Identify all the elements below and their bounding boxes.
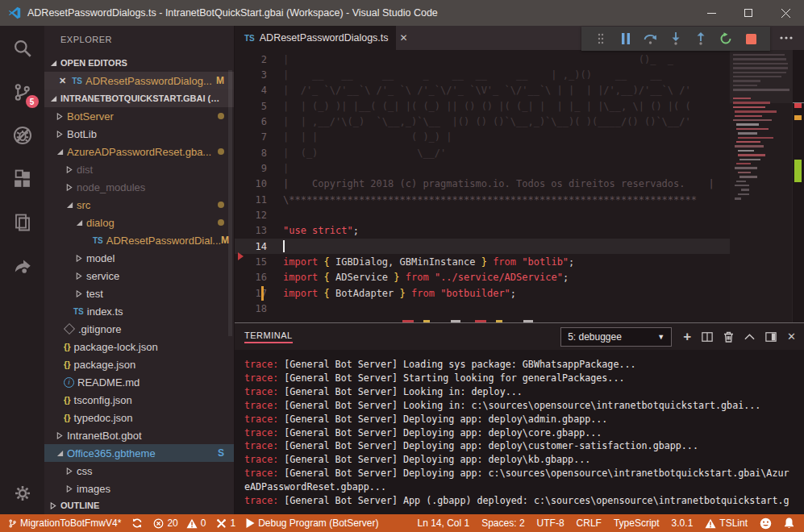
outline-header[interactable]: OUTLINE [44,497,234,514]
code-line: 6| | ,__/'\(_) `\__,_)`\__ |() () ()`\__… [235,114,730,129]
tree-item[interactable]: AzureADPasswordReset.gba... [44,143,234,160]
close-editor-icon[interactable]: ✕ [59,76,66,86]
trace-prefix: trace: [244,454,278,465]
tree-item[interactable]: css [44,462,234,480]
tree-item[interactable]: .gitignore [44,320,234,338]
chevron-collapsed-icon [56,131,64,138]
minimap-row [735,115,762,117]
debug-status[interactable]: Debug Program (BotServer) [246,517,378,529]
code-text: | | | ( )_) | [283,131,452,143]
terminal-text: [General Bot Server] Deploying app: c:\s… [278,468,789,479]
tree-item[interactable]: model [44,249,234,267]
tree-item[interactable]: TSADResetPasswordDial...M [44,231,234,249]
move-panel-icon[interactable] [765,331,777,343]
tree-item[interactable]: IntranetBot.gbot [44,426,234,444]
tree-item[interactable]: BotServer [44,107,234,125]
tree-item[interactable]: {}tsconfig.json [44,391,234,409]
step-over-icon[interactable] [642,30,660,48]
tab-close-icon[interactable]: ✕ [400,32,408,44]
tree-item[interactable]: dialog [44,214,234,231]
ts-version[interactable]: 3.0.1 [672,517,694,529]
tree-item-label: images [77,483,110,495]
more-actions-icon[interactable] [780,36,793,39]
vscode-logo-icon [8,6,21,19]
minimize-button[interactable] [693,0,730,26]
close-button[interactable] [767,0,804,26]
tree-item[interactable]: iREADME.md [44,373,234,391]
terminal-select[interactable]: 5: debuggee ▼ [560,327,672,347]
line-number: 14 [235,241,278,252]
minimap[interactable] [730,50,792,322]
chevron-collapsed-icon [75,272,83,280]
restart-icon[interactable] [717,30,735,48]
bell-icon[interactable] [784,517,794,529]
language-mode[interactable]: TypeScript [614,517,660,529]
open-editors-label: OPEN EDITORS [60,58,127,68]
tree-item[interactable]: BotLib [44,125,234,143]
indentation[interactable]: Spaces: 2 [481,517,524,529]
tree-item[interactable]: {}typedoc.json [44,409,234,426]
workspace-section-header[interactable]: INTRANETBOTQUICKSTART.GBAI (WO... [44,89,234,107]
explorer-sidebar: EXPLORER OPEN EDITORS ✕ TS ADResetPasswo… [44,26,234,514]
json-icon: {} [64,395,71,405]
share-export-icon[interactable] [10,253,35,279]
terminal-text: [General Bot Server] App (.gbapp) deploy… [278,495,789,506]
step-into-icon[interactable] [667,30,685,48]
tree-item[interactable]: {}package.json [44,355,234,373]
eol-sequence[interactable]: CRLF [577,517,602,529]
new-terminal-icon[interactable]: + [683,331,691,343]
source-control-icon[interactable]: 5 [10,79,35,105]
git-status-badge: S [218,447,224,459]
tree-item[interactable]: TSindex.ts [44,302,234,320]
line-number: 11 [235,194,278,206]
overview-ruler-scrollbar[interactable] [792,50,804,322]
sidebar-scrollbar[interactable] [228,70,232,336]
sync-status[interactable] [131,517,143,529]
smiley-icon[interactable] [760,517,772,530]
open-editor-item[interactable]: ✕ TS ADResetPasswordDialog... M [44,72,234,89]
grip-icon[interactable] [592,30,610,48]
stop-icon[interactable] [742,30,760,48]
line-number: 2 [235,54,278,65]
terminal-tab[interactable]: TERMINAL [244,330,293,343]
kill-terminal-icon[interactable] [723,331,734,343]
problems-status[interactable]: 20 0 [153,517,206,529]
step-out-icon[interactable] [692,30,710,48]
tasks-status[interactable]: 1 [216,517,235,529]
tree-item[interactable]: images [44,480,234,497]
branch-status[interactable]: MigrationToBotFmwV4* [8,517,121,529]
tree-item[interactable]: {}package-lock.json [44,338,234,355]
encoding[interactable]: UTF-8 [537,517,564,529]
maximize-panel-icon[interactable] [744,333,755,340]
tree-item[interactable]: src [44,196,234,214]
tree-item-label: service [86,270,119,282]
split-terminal-icon[interactable] [702,331,713,343]
terminal-output[interactable]: trace: [General Bot Server] Loading sys … [235,350,804,508]
editor-group: TS ADResetPasswordDialogs.ts ✕ [234,26,804,514]
debug-icon[interactable] [10,123,35,148]
tree-item[interactable]: Office365.gbthemeS [44,444,234,462]
tree-item-label: css [77,465,93,477]
minimap-row [733,67,788,69]
tslint-status[interactable]: TSLint [705,517,748,529]
tree-item[interactable]: service [44,267,234,285]
code-editor[interactable]: 2| ()_ _3| __ __ __ _ __ __ __ | ,_)() _… [235,50,804,322]
tab-adresetpassworddialogs[interactable]: TS ADResetPasswordDialogs.ts ✕ [235,26,396,50]
tree-item[interactable]: test [44,285,234,302]
ts-icon: TS [73,307,84,316]
ruler-mark-modified [794,160,802,182]
minimap-row [733,102,770,103]
code-line: 4| /'_ `\/'__`\ /'_ `\ /'_`\/'_ `\V'_ `\… [235,83,730,98]
tree-item[interactable]: dist [44,160,234,178]
pause-icon[interactable] [617,30,635,48]
cursor-position[interactable]: Ln 14, Col 1 [417,517,469,529]
search-icon[interactable] [10,35,35,61]
close-panel-icon[interactable]: ✕ [787,330,796,343]
open-editors-header[interactable]: OPEN EDITORS [44,54,234,72]
docs-pages-icon[interactable] [10,210,35,235]
maximize-button[interactable] [730,0,767,26]
gear-icon[interactable] [0,484,44,503]
tree-item[interactable]: node_modules [44,178,234,196]
extensions-icon[interactable] [10,166,35,192]
minimap-row [736,128,769,130]
